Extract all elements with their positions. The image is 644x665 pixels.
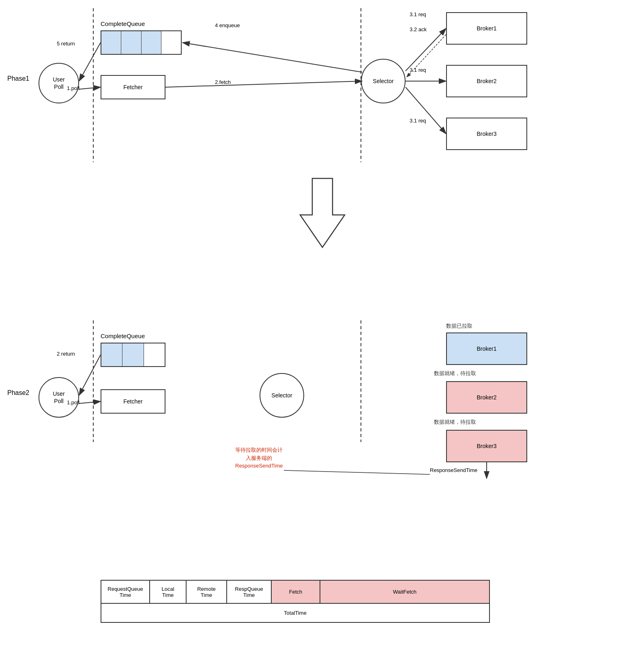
queue-seg-p2-3 [144, 343, 165, 366]
queue-seg2 [121, 31, 141, 54]
broker1-p1: Broker1 [446, 12, 527, 45]
svg-line-6 [79, 87, 101, 89]
queue-box-p1 [101, 30, 182, 55]
label-1poll: 1.poll [67, 85, 79, 91]
cell-total-time: TotalTime [101, 604, 489, 622]
fetcher-box-p2: Fetcher [101, 389, 165, 414]
svg-line-4 [182, 43, 362, 72]
complete-queue-label-p1: CompleteQueue [101, 20, 145, 27]
broker2-p2: Broker2 [446, 381, 527, 414]
svg-line-11 [406, 87, 446, 134]
label-1poll-p2: 1.poll [67, 399, 79, 405]
svg-line-13 [79, 355, 101, 395]
label-31req-top: 3.1 req [410, 11, 426, 17]
label-31req-bot: 3.1 req [410, 118, 426, 124]
broker3-p2: Broker3 [446, 430, 527, 462]
cell-request-queue: RequestQueueTime [101, 581, 150, 603]
phase1-label: Phase1 [7, 75, 29, 82]
selector-circle-p1: Selector [361, 59, 406, 103]
queue-seg3 [142, 31, 161, 54]
svg-line-16 [284, 470, 430, 474]
cn-label-fetched: 数据已拉取 [446, 322, 472, 330]
label-2fetch: 2.fetch [215, 79, 231, 85]
queue-seg-p2-2 [122, 343, 144, 366]
phase2-label: Phase2 [7, 389, 29, 397]
cell-wait-fetch: WaitFetch [320, 581, 489, 603]
cell-local: LocalTime [150, 581, 187, 603]
cell-resp-queue: RespQueueTime [227, 581, 272, 603]
label-5return: 5 return [57, 41, 75, 47]
cell-remote: RemoteTime [187, 581, 227, 603]
queue-seg-p2-1 [101, 343, 122, 366]
svg-marker-12 [300, 178, 345, 247]
queue-seg4 [161, 31, 181, 54]
svg-line-14 [79, 401, 101, 403]
label-2return: 2 return [57, 351, 75, 357]
broker3-p1: Broker3 [446, 118, 527, 150]
cn-label-ready2: 数据就绪，待拉取 [434, 418, 476, 426]
timing-row-cells: RequestQueueTime LocalTime RemoteTime Re… [101, 581, 489, 604]
svg-line-8 [406, 28, 446, 71]
cell-fetch: Fetch [272, 581, 320, 603]
label-32ack: 3.2 ack [410, 26, 427, 32]
svg-line-5 [79, 43, 101, 81]
complete-queue-label-p2: CompleteQueue [101, 332, 145, 339]
wait-label: 等待拉取的时间会计入服务端的ResponseSendTime [235, 446, 283, 470]
queue-seg1 [101, 31, 121, 54]
diagram-container: Phase1 CompleteQueue UserPoll Fetcher Se… [0, 0, 644, 665]
timing-row-total: TotalTime [101, 604, 489, 622]
svg-line-7 [165, 81, 362, 87]
cn-label-ready1: 数据就绪，待拉取 [434, 370, 476, 377]
queue-box-p2 [101, 343, 165, 367]
response-send-time-label: ResponseSendTime [430, 467, 477, 473]
arrows-svg [0, 0, 644, 665]
user-poll-circle-p1: UserPoll [39, 63, 79, 103]
selector-circle-p2: Selector [260, 373, 304, 418]
label-31req-mid: 3.1 req [410, 67, 426, 73]
timing-bar: RequestQueueTime LocalTime RemoteTime Re… [101, 580, 490, 623]
label-4enqueue: 4 enqueue [215, 22, 240, 28]
broker2-p1: Broker2 [446, 65, 527, 97]
user-poll-circle-p2: UserPoll [39, 377, 79, 418]
broker1-p2: Broker1 [446, 332, 527, 365]
fetcher-box-p1: Fetcher [101, 75, 165, 99]
